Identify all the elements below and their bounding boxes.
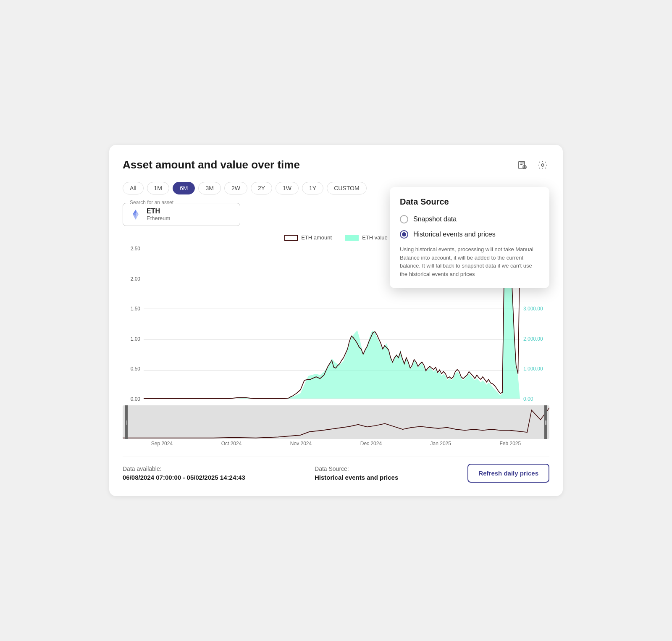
asset-info: ETH Ethereum xyxy=(147,208,170,221)
radio-snapshot-label: Snapshot data xyxy=(413,215,457,223)
asset-name: ETH xyxy=(147,208,170,215)
filter-2w[interactable]: 2W xyxy=(224,182,247,194)
legend-amount-label: ETH amount xyxy=(301,234,332,241)
datasource-title: Data Source xyxy=(400,197,539,207)
y-label-200: 2.00 xyxy=(123,276,144,282)
filter-1w[interactable]: 1W xyxy=(276,182,299,194)
radio-snapshot[interactable]: Snapshot data xyxy=(400,215,539,223)
minimap-date-oct: Oct 2024 xyxy=(221,441,242,447)
y-label-250: 2.50 xyxy=(123,246,144,252)
minimap[interactable]: ‖ ‖ xyxy=(123,405,549,439)
filter-all[interactable]: All xyxy=(123,182,144,194)
filter-6m[interactable]: 6M xyxy=(173,182,195,194)
data-available-value: 06/08/2024 07:00:00 - 05/02/2025 14:24:4… xyxy=(123,474,245,481)
header-row: Asset amount and value over time xyxy=(123,158,549,172)
y-label-right-1000: 1,000.00 xyxy=(520,366,549,372)
svg-rect-15 xyxy=(123,405,549,439)
y-label-right-0: 0.00 xyxy=(520,396,549,402)
filter-1m[interactable]: 1M xyxy=(147,182,169,194)
page-title: Asset amount and value over time xyxy=(123,158,300,171)
value-swatch xyxy=(345,235,359,241)
legend-amount: ETH amount xyxy=(284,234,332,241)
filter-3m[interactable]: 3M xyxy=(198,182,220,194)
minimap-date-sep: Sep 2024 xyxy=(151,441,173,447)
minimap-date-feb: Feb 2025 xyxy=(499,441,521,447)
footer-data-source: Data Source: Historical events and price… xyxy=(315,465,398,481)
refresh-daily-prices-button[interactable]: Refresh daily prices xyxy=(467,464,549,483)
asset-search-label: Search for an asset xyxy=(128,200,175,205)
filter-2y[interactable]: 2Y xyxy=(251,182,272,194)
y-label-right-2000: 2,000.00 xyxy=(520,336,549,342)
eth-logo-icon xyxy=(130,209,142,221)
y-label-150: 1.50 xyxy=(123,306,144,312)
main-card: Asset amount and value over time All 1M xyxy=(109,145,563,496)
data-available-label: Data available: xyxy=(123,465,245,472)
y-label-050: 0.50 xyxy=(123,366,144,372)
data-source-label: Data Source: xyxy=(315,465,398,472)
footer: Data available: 06/08/2024 07:00:00 - 05… xyxy=(123,457,549,483)
footer-data-available: Data available: 06/08/2024 07:00:00 - 05… xyxy=(123,465,245,481)
file-export-icon xyxy=(517,160,528,170)
filter-custom[interactable]: CUSTOM xyxy=(327,182,366,194)
data-source-value: Historical events and prices xyxy=(315,474,398,481)
datasource-description: Using historical events, processing will… xyxy=(400,245,539,278)
y-axis-left: 2.50 2.00 1.50 1.00 0.50 0.00 xyxy=(123,246,144,405)
gear-icon xyxy=(538,160,548,170)
settings-button[interactable] xyxy=(536,158,549,172)
minimap-handle-right[interactable]: ‖ xyxy=(544,405,547,439)
radio-snapshot-circle xyxy=(400,215,408,223)
export-button[interactable] xyxy=(516,158,529,172)
radio-historical-label: Historical events and prices xyxy=(413,231,496,238)
legend-value: ETH value xyxy=(345,234,388,241)
minimap-handle-left[interactable]: ‖ xyxy=(125,405,128,439)
radio-historical[interactable]: Historical events and prices xyxy=(400,230,539,239)
svg-point-2 xyxy=(541,164,544,166)
y-label-100: 1.00 xyxy=(123,336,144,342)
minimap-date-jan: Jan 2025 xyxy=(430,441,451,447)
asset-search[interactable]: Search for an asset ETH Ethereum xyxy=(123,203,240,226)
asset-fullname: Ethereum xyxy=(147,215,170,221)
y-label-000: 0.00 xyxy=(123,396,144,402)
minimap-svg xyxy=(123,405,549,439)
y-label-right-3000: 3,000.00 xyxy=(520,306,549,312)
datasource-popup: Data Source Snapshot data Historical eve… xyxy=(390,187,549,288)
header-icons xyxy=(516,158,549,172)
legend-value-label: ETH value xyxy=(362,234,388,241)
minimap-date-nov: Nov 2024 xyxy=(290,441,312,447)
minimap-dates: Sep 2024 Oct 2024 Nov 2024 Dec 2024 Jan … xyxy=(123,439,549,447)
filter-1y[interactable]: 1Y xyxy=(302,182,323,194)
radio-historical-circle xyxy=(400,230,408,239)
amount-swatch xyxy=(284,235,298,241)
minimap-date-dec: Dec 2024 xyxy=(360,441,382,447)
